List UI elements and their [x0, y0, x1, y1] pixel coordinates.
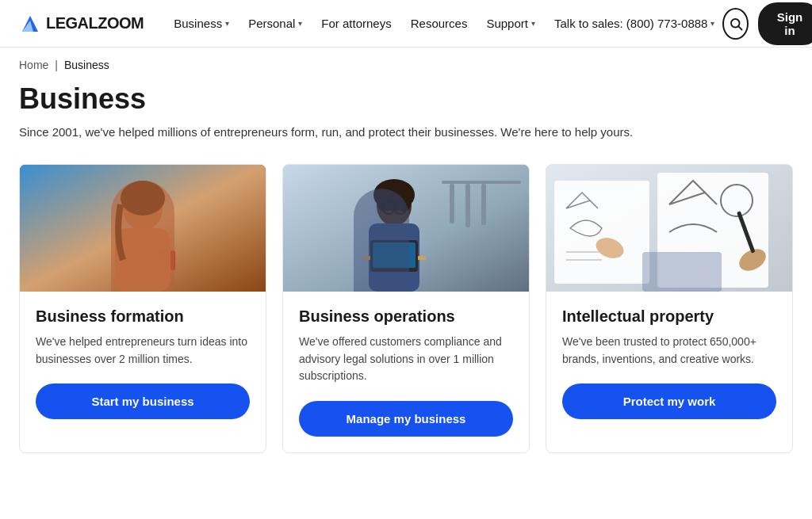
main-content: Business Since 2001, we've helped millio…: [0, 82, 812, 485]
svg-line-3: [738, 26, 741, 29]
svg-point-8: [121, 181, 165, 216]
svg-point-22: [394, 201, 407, 214]
svg-rect-26: [373, 242, 416, 268]
search-button[interactable]: [722, 8, 749, 40]
svg-rect-12: [442, 181, 521, 184]
card-ip-desc: We've been trusted to protect 650,000+ b…: [562, 334, 776, 368]
svg-point-20: [396, 189, 412, 212]
navbar: LEGALZOOM Business ▾ Personal ▾ For atto…: [0, 0, 812, 48]
page-title: Business: [19, 82, 793, 116]
manage-my-business-button[interactable]: Manage my business: [299, 401, 513, 437]
card-ip-image: [546, 165, 792, 292]
breadcrumb-separator: |: [55, 59, 58, 71]
svg-point-9: [157, 250, 176, 262]
svg-rect-5: [20, 165, 266, 292]
card-ip-illustration: [546, 165, 792, 292]
search-icon: [729, 17, 743, 31]
nav-item-business[interactable]: Business ▾: [166, 10, 237, 36]
breadcrumb-home[interactable]: Home: [19, 59, 48, 71]
card-operations-illustration: [283, 165, 529, 292]
card-operations-desc: We've offered customers compliance and a…: [299, 334, 513, 385]
logo[interactable]: LEGALZOOM: [19, 13, 144, 35]
page-subtitle: Since 2001, we've helped millions of ent…: [19, 125, 793, 139]
card-formation-desc: We've helped entrepreneurs turn ideas in…: [36, 334, 250, 368]
nav-item-resources[interactable]: Resources: [403, 10, 476, 36]
nav-item-support[interactable]: Support ▾: [478, 10, 543, 36]
breadcrumb: Home | Business: [0, 48, 812, 82]
chevron-down-icon: ▾: [531, 19, 535, 28]
svg-rect-7: [115, 228, 170, 292]
nav-right: Sign in: [722, 2, 812, 45]
svg-rect-14: [465, 184, 470, 227]
logo-text: LEGALZOOM: [46, 14, 144, 32]
nav-item-attorneys[interactable]: For attorneys: [313, 10, 399, 36]
svg-rect-15: [481, 184, 486, 225]
protect-my-work-button[interactable]: Protect my work: [562, 384, 776, 419]
card-formation-illustration: [20, 165, 266, 292]
card-formation: Business formation We've helped entrepre…: [19, 164, 266, 453]
card-ip-title: Intellectual property: [562, 307, 776, 326]
nav-links: Business ▾ Personal ▾ For attorneys Reso…: [166, 10, 722, 36]
card-operations-image: [283, 165, 529, 292]
nav-left: LEGALZOOM Business ▾ Personal ▾ For atto…: [19, 10, 722, 36]
card-formation-title: Business formation: [36, 307, 250, 326]
signin-button[interactable]: Sign in: [758, 2, 812, 45]
svg-point-21: [382, 201, 395, 214]
chevron-down-icon: ▾: [298, 19, 302, 28]
nav-item-personal[interactable]: Personal ▾: [240, 10, 310, 36]
card-formation-image: [20, 165, 266, 292]
svg-point-6: [123, 186, 163, 231]
card-operations-title: Business operations: [299, 307, 513, 326]
cards-grid: Business formation We've helped entrepre…: [19, 164, 793, 453]
svg-rect-13: [450, 184, 454, 223]
card-operations-body: Business operations We've offered custom…: [283, 292, 529, 452]
svg-rect-28: [554, 181, 649, 284]
svg-rect-10: [170, 250, 175, 270]
start-my-business-button[interactable]: Start my business: [36, 384, 250, 419]
chevron-down-icon: ▾: [225, 19, 229, 28]
svg-point-19: [377, 189, 393, 212]
legalzoom-logo-icon: [19, 13, 41, 35]
card-ip: Intellectual property We've been trusted…: [546, 164, 793, 453]
card-operations: Business operations We've offered custom…: [282, 164, 530, 453]
nav-item-sales[interactable]: Talk to sales: (800) 773-0888 ▾: [546, 10, 722, 36]
card-formation-body: Business formation We've helped entrepre…: [20, 292, 266, 435]
breadcrumb-current: Business: [64, 59, 109, 71]
card-ip-body: Intellectual property We've been trusted…: [546, 292, 792, 435]
chevron-down-icon: ▾: [710, 19, 714, 28]
